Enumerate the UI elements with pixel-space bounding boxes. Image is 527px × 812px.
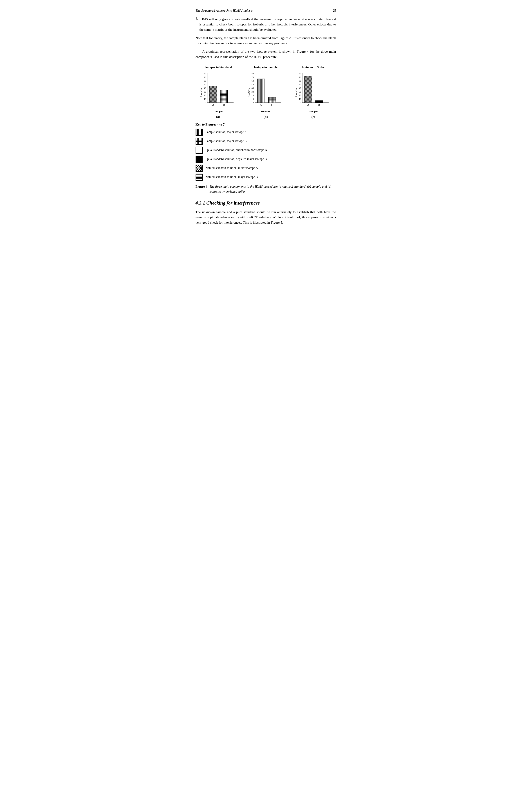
key-icon-horiz-lines <box>196 174 203 180</box>
svg-text:60: 60 <box>204 79 206 82</box>
key-text-2: Spike standard solution, enriched minor … <box>206 148 267 152</box>
point-4-text: IDMS will only give accurate results if … <box>199 16 336 32</box>
figure-text: The three main components in the IDMS pr… <box>209 184 336 194</box>
note-paragraph: Note that for clarity, the sample blank … <box>196 35 336 46</box>
svg-rect-40 <box>220 90 228 103</box>
svg-text:70: 70 <box>299 76 301 78</box>
key-text-3: Spike standard solution, depleted major … <box>206 157 267 161</box>
header-title: The Structured Approach to IDMS Analysis <box>196 9 253 13</box>
svg-text:20: 20 <box>252 94 254 97</box>
charts-row: Isotopes in Standard Atom % 0 10 20 30 4… <box>196 66 336 119</box>
chart-c-svg: Atom % 0 10 20 30 40 50 60 70 80 A B <box>295 71 332 109</box>
key-row-5: Natural standard solution, major isotope… <box>196 174 336 180</box>
chart-b-title: Isotope in Sample <box>254 66 277 69</box>
svg-text:80: 80 <box>299 72 301 75</box>
key-icon-black <box>196 156 203 163</box>
svg-text:50: 50 <box>299 83 301 86</box>
page-number: 25 <box>333 9 336 13</box>
key-row-1: Sample solution, major isotope B <box>196 137 336 145</box>
section-heading: 4.3.1 Checking for interferences <box>196 200 336 206</box>
svg-text:10: 10 <box>204 98 206 100</box>
svg-rect-54 <box>257 79 265 103</box>
final-paragraph: The unknown sample and a pure standard s… <box>196 209 336 225</box>
chart-b-yaxis-label: Atom % <box>247 88 251 97</box>
svg-text:20: 20 <box>299 94 301 97</box>
chart-c-title: Isotopes in Spike <box>302 66 324 69</box>
graphical-paragraph: A graphical representation of the two is… <box>196 49 336 59</box>
chart-b-caption: (b) <box>264 115 268 119</box>
svg-text:B: B <box>271 103 272 106</box>
svg-text:0: 0 <box>300 101 301 104</box>
svg-text:0: 0 <box>253 101 254 104</box>
chart-a-xlabel: Isotopes <box>214 110 223 113</box>
svg-text:20: 20 <box>204 94 206 97</box>
key-text-4: Natural standard solution, minor isotope… <box>206 166 258 170</box>
svg-text:70: 70 <box>252 76 254 78</box>
svg-text:B: B <box>223 103 225 106</box>
key-section: Key to Figures 4 to 7 Sample solution, m… <box>196 123 336 180</box>
point-4-number: 4. <box>196 16 198 32</box>
chart-b-xlabel: Isotopes <box>261 110 270 113</box>
key-title: Key to Figures 4 to 7 <box>196 123 336 127</box>
chart-a-yaxis-label: Atom % <box>200 88 203 97</box>
key-icon-empty <box>196 147 203 154</box>
chart-c-xlabel: Isotopes <box>309 110 318 113</box>
key-row-3: Spike standard solution, depleted major … <box>196 156 336 163</box>
svg-text:A: A <box>260 103 262 106</box>
svg-text:80: 80 <box>204 72 206 75</box>
chart-b: Isotope in Sample Atom % 0 10 20 30 40 5… <box>243 66 288 119</box>
page-header: The Structured Approach to IDMS Analysis… <box>196 9 336 13</box>
svg-rect-55 <box>268 98 276 103</box>
chart-a: Isotopes in Standard Atom % 0 10 20 30 4… <box>196 66 241 119</box>
svg-text:30: 30 <box>299 91 301 93</box>
key-text-1: Sample solution, major isotope B <box>206 139 247 143</box>
svg-text:70: 70 <box>204 76 206 78</box>
chart-c: Isotopes in Spike Atom % 0 10 20 30 40 5… <box>290 66 336 119</box>
key-row-0: Sample solution, major isotope A <box>196 129 336 136</box>
key-text-5: Natural standard solution, major isotope… <box>206 175 258 179</box>
svg-rect-39 <box>209 86 217 103</box>
svg-rect-69 <box>304 76 312 103</box>
svg-text:A: A <box>212 103 214 106</box>
chart-b-svg: Atom % 0 10 20 30 40 50 60 70 80 A B <box>247 71 284 109</box>
svg-text:80: 80 <box>252 72 254 75</box>
key-icon-crosshatch <box>196 164 203 172</box>
svg-text:60: 60 <box>299 79 301 82</box>
svg-text:50: 50 <box>252 83 254 86</box>
point-4: 4. IDMS will only give accurate results … <box>196 16 336 32</box>
key-row-2: Spike standard solution, enriched minor … <box>196 147 336 154</box>
svg-text:A: A <box>307 103 309 106</box>
svg-text:10: 10 <box>299 98 301 100</box>
key-icon-grid <box>196 137 203 145</box>
svg-text:50: 50 <box>204 83 206 86</box>
figure-label: Figure 4 <box>196 184 207 194</box>
svg-text:40: 40 <box>204 87 206 89</box>
svg-text:60: 60 <box>252 79 254 82</box>
svg-text:10: 10 <box>252 98 254 100</box>
chart-a-svg: Atom % 0 10 20 30 40 50 60 70 80 <box>200 71 237 109</box>
figure-caption: Figure 4 The three main components in th… <box>196 184 336 194</box>
key-row-4: Natural standard solution, minor isotope… <box>196 164 336 172</box>
svg-text:40: 40 <box>252 87 254 89</box>
chart-c-yaxis-label: Atom % <box>295 88 298 97</box>
svg-text:30: 30 <box>204 91 206 93</box>
chart-c-caption: (c) <box>312 115 315 119</box>
key-text-0: Sample solution, major isotope A <box>206 130 247 134</box>
chart-a-caption: (a) <box>216 115 220 119</box>
key-icon-vertical-lines <box>196 129 203 136</box>
svg-text:30: 30 <box>252 91 254 93</box>
svg-text:40: 40 <box>299 87 301 89</box>
chart-a-title: Isotopes in Standard <box>204 66 232 69</box>
svg-text:0: 0 <box>205 101 206 104</box>
svg-text:B: B <box>318 103 320 106</box>
svg-rect-70 <box>315 101 323 103</box>
